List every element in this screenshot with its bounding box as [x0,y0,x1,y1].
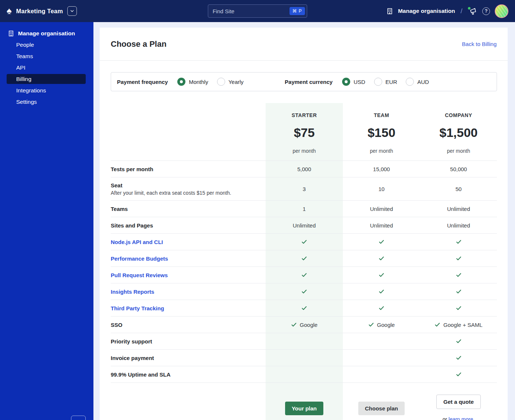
feature-value-cell [266,234,343,250]
feature-value-cell: Unlimited [343,201,420,217]
feature-value-text: Unlimited [370,206,393,212]
plan-header-row: STARTER$75per monthTEAM$150per monthCOMP… [111,103,497,161]
feature-label-cell: SeatAfter your limit, each extra seat co… [111,177,266,200]
currency-option-eur[interactable]: EUR [374,78,397,86]
frequency-option-yearly[interactable]: Yearly [217,78,244,86]
feature-row-99-9-uptime-and-sla: 99.9% Uptime and SLA [111,366,497,383]
feature-value-text: Unlimited [370,222,393,229]
feature-value-text: 50,000 [450,166,467,172]
feature-label: Invoice payment [111,355,266,361]
feature-link[interactable]: Insights Reports [111,289,266,295]
your-plan-button[interactable]: Your plan [285,402,323,415]
plan-column-team: TEAM$150per month [343,103,420,160]
feature-value-cell [420,366,497,382]
feature-value-cell [343,300,420,316]
feature-label: Seat [111,182,266,188]
sidebar-item-people[interactable]: People [7,40,86,50]
feature-value-text: 1 [303,206,306,212]
currency-radio-eur[interactable] [374,78,382,86]
plan-period: per month [447,148,470,154]
user-avatar[interactable] [495,4,508,18]
feature-link[interactable]: Performance Budgets [111,255,266,262]
feature-value-cell [343,283,420,300]
learn-more-link[interactable]: learn more [448,416,473,420]
feature-value-cell: 3 [266,177,343,200]
check-icon [368,322,374,328]
check-icon [456,371,462,377]
check-icon [456,355,462,361]
feature-value-cell [420,267,497,283]
feature-value-cell: 5,000 [266,161,343,177]
feature-label-cell: 99.9% Uptime and SLA [111,366,266,382]
manage-organisation-link[interactable]: Manage organisation [398,8,455,14]
feature-row-tests-per-month: Tests per month5,00015,00050,000 [111,161,497,177]
chevron-down-icon [70,8,75,14]
feature-label: 99.9% Uptime and SLA [111,371,266,378]
feature-label-cell: Third Party Tracking [111,300,266,316]
sidebar-item-settings[interactable]: Settings [7,97,86,107]
feature-label: Sites and Pages [111,222,266,229]
feature-value-cell [343,267,420,283]
choose-plan-button[interactable]: Choose plan [358,402,405,415]
feature-label: Teams [111,206,266,212]
team-name-label: Marketing Team [16,8,63,15]
back-to-billing-link[interactable]: Back to Billing [462,41,497,47]
feature-row-teams: Teams1UnlimitedUnlimited [111,201,497,217]
sidebar-item-teams[interactable]: Teams [7,51,86,61]
feature-value-text: 50 [455,186,462,192]
feature-label-cell: Teams [111,201,266,217]
search-shortcut-badge: ⌘ P [290,7,305,15]
feature-label-cell: Invoice payment [111,350,266,366]
feature-value-text: 3 [303,186,306,192]
feature-value-text: Unlimited [293,222,316,229]
plan-period: per month [292,148,316,154]
get-a-quote-button[interactable]: Get a quote [436,395,481,409]
currency-radio-group: USDEURAUD [342,78,438,86]
feature-value-cell: Google [343,317,420,333]
search-placeholder: Find Site [213,8,234,14]
currency-radio-aud[interactable] [406,78,414,86]
feature-row-sites-and-pages: Sites and PagesUnlimitedUnlimitedUnlimit… [111,217,497,234]
frequency-label-monthly: Monthly [189,79,208,85]
currency-label-aud: AUD [417,79,429,85]
frequency-option-monthly[interactable]: Monthly [177,78,208,86]
currency-label-usd: USD [354,79,365,85]
currency-radio-usd[interactable] [342,78,350,86]
feature-value-cell [343,350,420,366]
feature-value-cell: Google [266,317,343,333]
frequency-radio-monthly[interactable] [177,78,185,86]
feature-value-cell: 15,000 [343,161,420,177]
currency-option-aud[interactable]: AUD [406,78,429,86]
currency-label-eur: EUR [386,79,397,85]
check-icon [456,272,462,278]
plan-cta-row: Your planChoose planGet a quoteor learn … [111,383,497,420]
announcements-button[interactable] [468,7,477,15]
frequency-radio-yearly[interactable] [217,78,225,86]
check-icon [301,305,307,311]
card-header: Choose a Plan Back to Billing [100,28,508,61]
sidebar-header-label: Manage organisation [18,30,75,37]
feature-label-cell: Pull Request Reviews [111,267,266,283]
sidebar-item-integrations[interactable]: Integrations [7,85,86,95]
plan-cta-cell-team: Choose plan [343,383,420,420]
sidebar-corner-widget[interactable] [71,416,86,420]
feature-value-cell [266,366,343,382]
feature-value-text: Google [300,322,317,328]
feature-link[interactable]: Pull Request Reviews [111,272,266,278]
currency-option-usd[interactable]: USD [342,78,365,86]
feature-value-cell [266,267,343,283]
feature-value-cell [343,366,420,382]
sidebar-item-billing[interactable]: Billing [7,74,86,84]
feature-value-cell [266,300,343,316]
feature-value-cell [266,283,343,300]
check-icon [456,289,462,294]
feature-value-cell [420,283,497,300]
team-switcher-button[interactable] [67,6,77,16]
feature-link[interactable]: Node.js API and CLI [111,239,266,245]
sidebar-item-api[interactable]: API [7,63,86,73]
feature-link[interactable]: Third Party Tracking [111,305,266,311]
find-site-search[interactable]: Find Site ⌘ P [208,4,307,18]
help-button[interactable]: ? [482,7,490,15]
plan-cta-cell-company: Get a quoteor learn more. [420,383,497,420]
plan-cta-cell-starter: Your plan [266,383,343,420]
